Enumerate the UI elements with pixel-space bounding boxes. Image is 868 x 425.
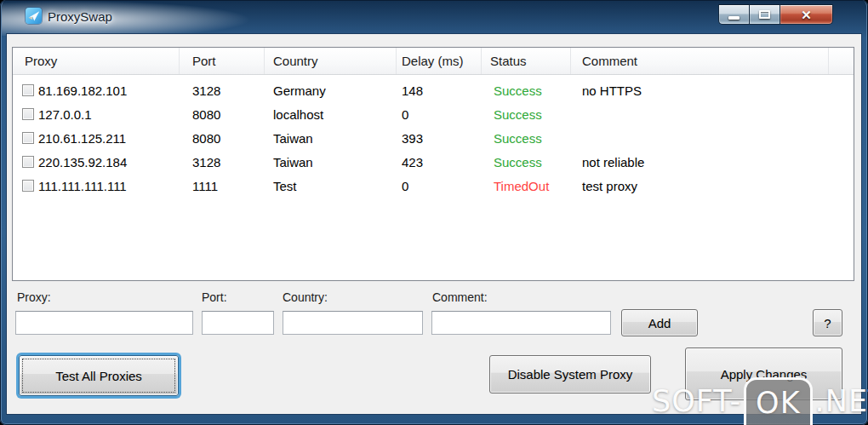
- column-header-country[interactable]: Country: [265, 48, 397, 74]
- maximize-button[interactable]: [749, 4, 779, 25]
- proxy-input[interactable]: [15, 311, 193, 335]
- proxy-list: Proxy Port Country Delay (ms) Status Com…: [12, 47, 854, 281]
- minimize-icon: [728, 16, 740, 20]
- cell-comment: test proxy: [571, 179, 829, 193]
- column-header-filler: [829, 48, 854, 74]
- cell-proxy: 127.0.0.1: [38, 107, 92, 122]
- soft-ok-net-watermark: SOFT- OK .NET: [652, 385, 868, 425]
- table-row[interactable]: 210.61.125.211 8080 Taiwan 393 Success: [13, 126, 854, 150]
- cell-port: 8080: [180, 131, 265, 146]
- close-button[interactable]: ✕: [779, 4, 833, 25]
- cell-proxy: 210.61.125.211: [38, 131, 126, 146]
- client-area: Proxy Port Country Delay (ms) Status Com…: [7, 34, 861, 414]
- proxy-field-label: Proxy:: [17, 290, 51, 304]
- cell-status: TimedOut: [482, 179, 571, 193]
- cell-port: 1111: [180, 179, 265, 193]
- cell-country: Germany: [265, 83, 397, 98]
- cell-delay: 0: [397, 107, 482, 122]
- close-icon: ✕: [801, 9, 812, 21]
- table-row[interactable]: 111.111.111.111 1111 Test 0 TimedOut tes…: [13, 174, 854, 198]
- cell-status: Success: [482, 155, 571, 169]
- cell-status: Success: [482, 83, 571, 98]
- comment-input[interactable]: [431, 311, 611, 335]
- test-all-proxies-button[interactable]: Test All Proxies: [19, 355, 179, 396]
- column-header-status[interactable]: Status: [482, 48, 571, 74]
- help-button[interactable]: ?: [813, 309, 842, 336]
- cell-comment: no HTTPS: [571, 83, 829, 98]
- watermark-prefix: SOFT-: [652, 385, 741, 418]
- minimize-button[interactable]: [718, 4, 749, 25]
- cell-port: 3128: [180, 155, 265, 169]
- watermark-suffix: .NET: [815, 385, 868, 418]
- titlebar[interactable]: ProxySwap ✕: [0, 0, 868, 34]
- column-header-proxy[interactable]: Proxy: [13, 48, 180, 74]
- disable-system-proxy-button[interactable]: Disable System Proxy: [489, 355, 651, 393]
- cell-delay: 423: [397, 155, 482, 169]
- cell-comment: not reliable: [571, 155, 829, 169]
- comment-field-label: Comment:: [432, 290, 488, 304]
- watermark-ok-badge: OK: [744, 377, 813, 425]
- window-title: ProxySwap: [48, 9, 112, 24]
- list-header: Proxy Port Country Delay (ms) Status Com…: [13, 48, 854, 75]
- row-checkbox[interactable]: [22, 132, 34, 144]
- cell-status: Success: [482, 107, 571, 122]
- column-header-delay[interactable]: Delay (ms): [397, 48, 482, 74]
- port-input[interactable]: [202, 311, 274, 335]
- cell-country: Test: [265, 179, 397, 193]
- cell-proxy: 111.111.111.111: [38, 179, 127, 193]
- table-row[interactable]: 127.0.0.1 8080 localhost 0 Success: [13, 102, 854, 126]
- add-button[interactable]: Add: [621, 309, 698, 336]
- cell-status: Success: [482, 131, 571, 146]
- cell-port: 3128: [180, 83, 265, 98]
- caption-buttons: ✕: [718, 4, 833, 25]
- cell-delay: 0: [397, 179, 482, 193]
- cell-country: localhost: [265, 107, 397, 122]
- paper-plane-icon: [27, 9, 40, 22]
- table-row[interactable]: 220.135.92.184 3128 Taiwan 423 Success n…: [13, 150, 854, 174]
- app-window: ProxySwap ✕ Proxy Port Country Delay (ms…: [0, 0, 868, 425]
- column-header-comment[interactable]: Comment: [571, 48, 829, 74]
- cell-port: 8080: [180, 107, 265, 122]
- app-icon: [26, 8, 42, 24]
- column-header-port[interactable]: Port: [180, 48, 265, 74]
- country-field-label: Country:: [283, 290, 328, 304]
- port-field-label: Port:: [202, 290, 227, 304]
- cell-delay: 393: [397, 131, 482, 146]
- country-input[interactable]: [283, 311, 423, 335]
- cell-country: Taiwan: [265, 131, 397, 146]
- maximize-icon: [759, 10, 770, 19]
- row-checkbox[interactable]: [22, 180, 34, 192]
- cell-country: Taiwan: [265, 155, 397, 169]
- cell-delay: 148: [397, 83, 482, 98]
- list-body: 81.169.182.101 3128 Germany 148 Success …: [13, 75, 854, 198]
- table-row[interactable]: 81.169.182.101 3128 Germany 148 Success …: [13, 78, 854, 102]
- row-checkbox[interactable]: [22, 108, 34, 120]
- row-checkbox[interactable]: [22, 156, 34, 168]
- row-checkbox[interactable]: [22, 84, 34, 96]
- cell-proxy: 81.169.182.101: [38, 83, 127, 98]
- cell-proxy: 220.135.92.184: [38, 155, 127, 169]
